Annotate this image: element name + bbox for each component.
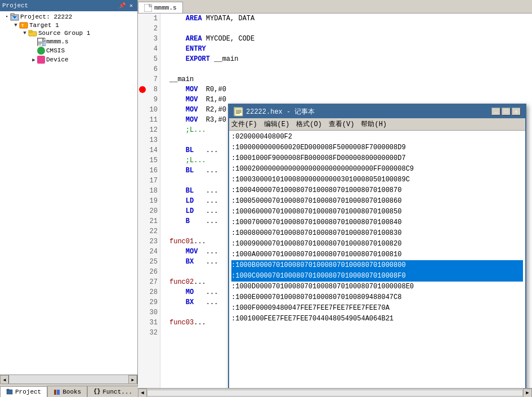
hex-content[interactable]: :020000040800F2:1000000000060020ED000008… xyxy=(229,131,525,388)
project-icon xyxy=(10,13,19,21)
menu-file[interactable]: 文件(F) xyxy=(231,119,257,129)
hex-line-1[interactable]: :1000000000060020ED000008F5000008F700000… xyxy=(231,142,523,153)
minimize-btn[interactable]: _ xyxy=(491,108,500,115)
hex-line-11[interactable]: :1000A0000701000807010008070100080701008… xyxy=(231,249,523,260)
svg-rect-21 xyxy=(236,110,242,110)
line-numbers: 1234567891011121314151617181920212223242… xyxy=(138,14,160,388)
tab-project-label: Project xyxy=(15,389,41,395)
tab-books[interactable]: Books xyxy=(47,386,87,397)
cmsis-icon xyxy=(37,47,45,55)
svg-rect-16 xyxy=(54,390,56,395)
panel-titlebar: Project 📌 ✕ xyxy=(0,0,137,11)
tab-project[interactable]: Project xyxy=(0,386,47,397)
tab-funct-label: Funct... xyxy=(102,389,132,395)
hex-line-12[interactable]: :1000B0000701000807010008070100080701000… xyxy=(231,260,523,271)
pin-icon[interactable]: 📌 xyxy=(118,2,126,10)
tree-cmsis[interactable]: CMSIS xyxy=(1,46,136,55)
tab-books-label: Books xyxy=(62,389,81,395)
expand-target-icon: ▼ xyxy=(12,22,19,29)
tab-funct[interactable]: {} Funct... xyxy=(87,386,138,397)
target1-label: Target 1 xyxy=(29,22,59,29)
source-group-label: Source Group 1 xyxy=(38,30,90,37)
scroll-right-arrow[interactable]: ▶ xyxy=(523,389,532,398)
scroll-track-h[interactable] xyxy=(9,375,128,383)
editor-scrollbar: ◀ ▶ xyxy=(138,388,532,397)
device-expand-icon: ▶ xyxy=(30,56,37,63)
hex-line-17[interactable]: :1001000FEE7FEE7FEE70440480549054A064B21 xyxy=(231,314,523,324)
hex-line-9[interactable]: :100080000701000807010008070100080701008… xyxy=(231,228,523,239)
folder-icon xyxy=(28,30,37,37)
hex-notepad-icon xyxy=(234,107,243,116)
scroll-left-arrow[interactable]: ◀ xyxy=(138,389,147,398)
hex-line-10[interactable]: :100090000701000807010008070100080701008… xyxy=(231,239,523,249)
panel-title: Project xyxy=(2,2,28,9)
hex-line-2[interactable]: :10001000F9000008FB000008FD0000080000000… xyxy=(231,153,523,164)
hex-line-15[interactable]: :1000E0000701000807010008070100809488047… xyxy=(231,292,523,303)
menu-edit[interactable]: 编辑(E) xyxy=(264,119,290,129)
titlebar-icons: 📌 ✕ xyxy=(118,2,135,10)
code-area: 1234567891011121314151617181920212223242… xyxy=(138,14,532,388)
editor-file-icon xyxy=(144,4,152,12)
editor-panel: mmmm.s 123456789101112131415161718192021… xyxy=(138,0,532,397)
scroll-right-btn[interactable]: ▶ xyxy=(128,375,137,384)
svg-rect-13 xyxy=(38,44,41,44)
tree-source-group[interactable]: ▼ Source Group 1 xyxy=(1,29,136,37)
cmsis-spacer xyxy=(30,47,37,54)
svg-rect-7 xyxy=(29,30,32,32)
menu-help[interactable]: 帮助(H) xyxy=(361,119,387,129)
tree-target1[interactable]: ▼ T Target 1 xyxy=(1,21,136,29)
tree-file-mmmm[interactable]: mmmm.s xyxy=(1,37,136,46)
device-icon xyxy=(37,56,45,64)
close-icon[interactable]: ✕ xyxy=(127,2,135,10)
books-tab-icon xyxy=(53,389,60,395)
svg-rect-23 xyxy=(236,112,242,113)
device-label: Device xyxy=(46,56,69,63)
svg-rect-11 xyxy=(38,42,42,42)
editor-tab-mmmm[interactable]: mmmm.s xyxy=(138,2,183,13)
expand-sg-icon: ▼ xyxy=(21,30,28,37)
hex-line-3[interactable]: :1000200000000000000000000000000000FF000… xyxy=(231,164,523,175)
breakpoint-line8 xyxy=(138,84,147,95)
file-mmmm-label: mmmm.s xyxy=(46,38,69,45)
project-panel: Project 📌 ✕ ▪ Project: 22222 xyxy=(0,0,138,397)
breakpoint-dot xyxy=(139,86,146,93)
tree-root[interactable]: ▪ Project: 22222 xyxy=(1,12,136,21)
scroll-track[interactable] xyxy=(147,390,523,396)
bottom-tabs: Project Books {} Funct... xyxy=(0,383,137,397)
root-label: Project: 22222 xyxy=(20,14,72,20)
hex-titlebar: 22222.hex - 记事本 _ □ ✕ xyxy=(229,105,525,118)
cmsis-label: CMSIS xyxy=(46,47,65,54)
tree-device[interactable]: ▶ Device xyxy=(1,55,136,64)
hex-line-4[interactable]: :100030000101000800000000003010008050100… xyxy=(231,175,523,185)
hex-line-8[interactable]: :100070000701000807010008070100080701008… xyxy=(231,217,523,228)
project-tree: ▪ Project: 22222 ▼ T xyxy=(0,11,137,374)
file-s-icon xyxy=(37,38,45,46)
hex-line-0[interactable]: :020000040800F2 xyxy=(231,132,523,142)
menu-format[interactable]: 格式(O) xyxy=(296,119,322,129)
close-btn[interactable]: ✕ xyxy=(512,108,521,115)
hex-line-13[interactable]: :1000C0000701000807010008070100080701000… xyxy=(231,271,523,282)
svg-rect-1 xyxy=(11,14,14,15)
expand-root-icon: ▪ xyxy=(3,14,10,20)
hex-menubar: 文件(F) 编辑(E) 格式(O) 查看(V) 帮助(H) xyxy=(229,118,525,131)
hex-line-16[interactable]: :1000F00009480047FEE7FEE7FEE7FEE7FEE70A xyxy=(231,303,523,314)
hex-line-5[interactable]: :100040000701000807010008070100080701008… xyxy=(231,185,523,196)
hex-line-14[interactable]: :1000D0000701000807010008070100080701000… xyxy=(231,282,523,292)
menu-view[interactable]: 查看(V) xyxy=(329,119,355,129)
svg-rect-17 xyxy=(57,390,60,395)
project-tab-icon xyxy=(6,389,13,395)
svg-rect-24 xyxy=(236,113,240,114)
hex-line-6[interactable]: :100050000701000807010008070100080701008… xyxy=(231,196,523,207)
svg-rect-12 xyxy=(38,43,42,43)
svg-rect-18 xyxy=(144,4,152,12)
svg-rect-15 xyxy=(7,389,9,390)
svg-text:T: T xyxy=(21,24,24,28)
funct-tab-icon: {} xyxy=(93,389,100,395)
left-scrollbar: ◀ ▶ xyxy=(0,374,137,383)
scroll-left-btn[interactable]: ◀ xyxy=(0,375,9,384)
file-spacer xyxy=(30,38,37,45)
svg-rect-22 xyxy=(236,111,242,111)
hex-window-title: 22222.hex - 记事本 xyxy=(246,107,315,117)
hex-line-7[interactable]: :100060000701000807010008070100080701008… xyxy=(231,207,523,217)
maximize-btn[interactable]: □ xyxy=(502,108,511,115)
